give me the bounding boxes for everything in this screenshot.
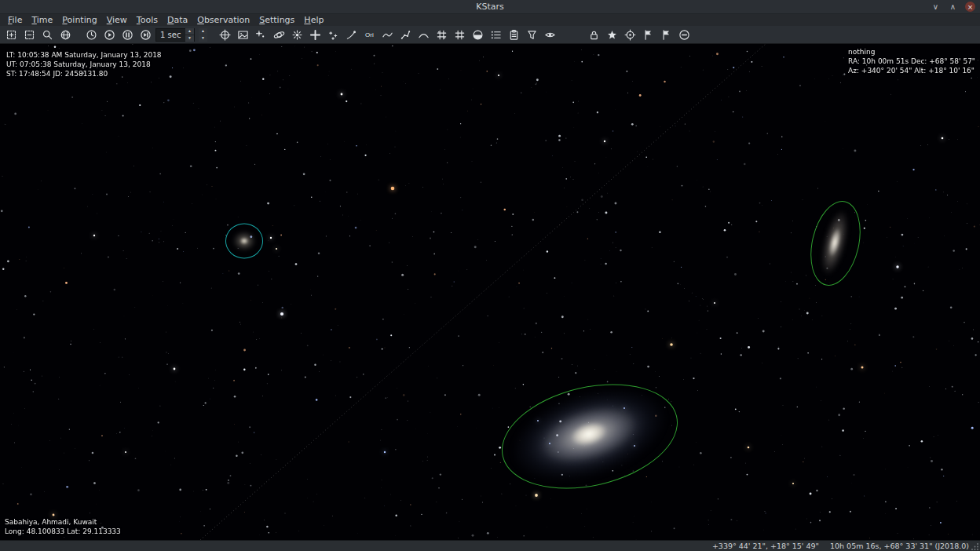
funnel-icon	[526, 29, 538, 41]
sky-map[interactable]: LT: 10:05:38 AM Saturday, January 13, 20…	[0, 44, 980, 540]
status-radec: 10h 05m 16s, +68° 33' 31" (J2018.0)	[830, 542, 969, 550]
set-time-button[interactable]	[82, 27, 100, 43]
resize-grip[interactable]	[971, 542, 979, 550]
close-button[interactable]: ×	[965, 2, 975, 12]
menu-help[interactable]: Help	[299, 14, 328, 26]
menu-pointing[interactable]: Pointing	[57, 14, 101, 26]
show-constellation-lines-button[interactable]	[397, 27, 414, 43]
sky-image-button[interactable]	[234, 27, 251, 43]
location-coords: Long: 48.100833 Lat: 29.113333	[5, 527, 121, 536]
show-supernovae-button[interactable]	[306, 27, 324, 43]
start-clock-button[interactable]	[101, 27, 118, 43]
zoom-in-button[interactable]	[2, 27, 20, 43]
menu-data[interactable]: Data	[163, 14, 192, 26]
center-telescope-button[interactable]	[621, 27, 638, 43]
time-info-overlay: LT: 10:05:38 AM Saturday, January 13, 20…	[6, 50, 162, 78]
companion-galaxy-core	[240, 238, 249, 245]
clipboard-icon	[508, 29, 520, 41]
time-step-down-button[interactable]: ▼	[185, 35, 194, 42]
show-horizontal-grid-button[interactable]	[451, 27, 468, 43]
show-constellation-names-button[interactable]: Ori	[360, 27, 378, 43]
main-toolbar: 1 sec ▲ ▼ ▲ ▼ Ori	[0, 26, 980, 44]
horizon-icon	[472, 29, 484, 41]
menu-tools[interactable]: Tools	[132, 14, 163, 26]
time-unit-down-button[interactable]: ▼	[199, 35, 207, 42]
flag-icon	[642, 29, 654, 41]
horizontal-coordinates-button[interactable]	[216, 27, 233, 43]
menu-view[interactable]: View	[102, 14, 132, 26]
time-step-spinbox[interactable]: 1 sec ▲ ▼	[155, 28, 195, 42]
whats-interesting-button[interactable]	[541, 27, 558, 43]
time-unit-spin-controls: ▲ ▼	[198, 27, 207, 42]
stop-clock-button[interactable]	[119, 27, 136, 43]
universal-time: UT: 07:05:38 Saturday, January 13, 2018	[6, 60, 162, 69]
show-equatorial-grid-button[interactable]	[433, 27, 450, 43]
show-solar-system-button[interactable]	[270, 27, 287, 43]
show-constellation-art-button[interactable]	[378, 27, 396, 43]
fits-filter-button[interactable]	[523, 27, 540, 43]
zoom-out-button[interactable]	[20, 27, 38, 43]
menu-settings[interactable]: Settings	[254, 14, 299, 26]
play-icon	[104, 29, 115, 41]
constellation-lines-icon	[400, 29, 411, 41]
minimize-button[interactable]: ∨	[931, 2, 941, 12]
observation-planner-button[interactable]	[505, 27, 522, 43]
menu-time[interactable]: Time	[27, 14, 57, 26]
ekos-pause-button[interactable]	[675, 27, 693, 43]
track-object-button[interactable]	[603, 27, 620, 43]
maximize-button[interactable]: ∧	[948, 2, 958, 12]
menubar: File Time Pointing View Tools Data Obser…	[0, 14, 980, 26]
add-flag-button[interactable]	[657, 27, 675, 43]
show-comets-button[interactable]	[342, 27, 360, 43]
stars-icon	[255, 29, 267, 41]
time-step-spin-controls: ▲ ▼	[185, 27, 194, 42]
show-asteroids-button[interactable]	[324, 27, 342, 43]
menu-file[interactable]: File	[3, 14, 27, 26]
observing-flag-button[interactable]	[639, 27, 656, 43]
zoom-out-icon	[24, 29, 35, 41]
asteroid-cluster-icon	[327, 29, 339, 41]
titlebar[interactable]: KStars ∨ ∧ ×	[0, 0, 980, 14]
location-name: Sabahiya, Ahmadi, Kuwait	[5, 517, 121, 527]
menu-observation[interactable]: Observation	[192, 14, 254, 26]
clock-icon	[86, 29, 97, 41]
search-icon	[42, 29, 53, 41]
flag-icon	[660, 29, 672, 41]
orbit-icon	[273, 29, 285, 41]
pause-circle-icon	[678, 29, 690, 41]
advance-one-step-button[interactable]	[137, 27, 154, 43]
show-ecliptic-button[interactable]	[415, 27, 432, 43]
star-icon	[606, 29, 618, 41]
location-info-overlay: Sabahiya, Ahmadi, Kuwait Long: 48.100833…	[5, 517, 121, 536]
zoom-in-icon	[5, 29, 17, 41]
show-deep-sky-objects-button[interactable]	[288, 27, 305, 43]
time-unit-up-button[interactable]: ▲	[199, 28, 207, 35]
step-forward-icon	[140, 29, 152, 41]
find-object-button[interactable]	[38, 27, 56, 43]
show-stars-button[interactable]	[252, 27, 269, 43]
geographic-location-button[interactable]	[57, 27, 74, 43]
starfield-canvas	[0, 44, 980, 540]
deep-sky-icon	[291, 29, 303, 41]
list-icon	[490, 29, 502, 41]
focus-info-overlay: nothing RA: 10h 00m 51s Dec: +68° 58' 57…	[848, 47, 975, 75]
horizontal-grid-icon	[454, 29, 466, 41]
lock-to-object-button[interactable]	[585, 27, 602, 43]
observation-list-button[interactable]	[487, 27, 504, 43]
ecliptic-arc-icon	[418, 29, 430, 41]
supernova-cross-icon	[309, 29, 321, 41]
comet-icon	[346, 29, 357, 41]
show-ground-button[interactable]	[469, 27, 486, 43]
pause-icon	[122, 29, 133, 41]
constellation-art-icon	[382, 29, 393, 41]
equatorial-grid-icon	[436, 29, 448, 41]
local-time: LT: 10:05:38 AM Saturday, January 13, 20…	[6, 50, 162, 60]
globe-crosshair-icon	[219, 29, 231, 41]
time-step-value[interactable]: 1 sec	[156, 31, 185, 39]
window-title: KStars	[0, 2, 980, 12]
window-controls: ∨ ∧ ×	[931, 2, 980, 12]
target-icon	[624, 29, 636, 41]
focus-azalt: Az: +340° 20' 54" Alt: +18° 10' 16"	[848, 66, 975, 75]
time-step-up-button[interactable]: ▲	[185, 28, 194, 35]
eye-icon	[544, 29, 556, 41]
